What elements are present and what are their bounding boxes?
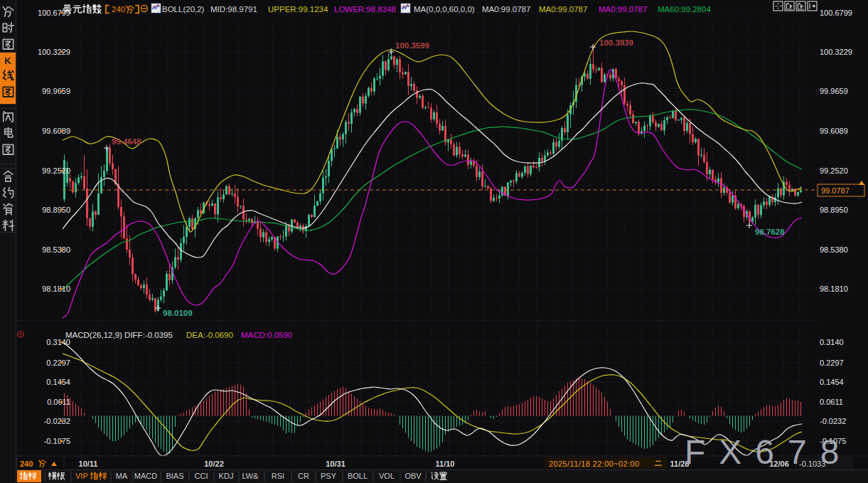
svg-text:MA0:99.0787: MA0:99.0787 — [599, 5, 647, 14]
svg-text:98.1810: 98.1810 — [820, 285, 848, 293]
svg-text:99.9659: 99.9659 — [42, 87, 70, 95]
svg-text:K: K — [4, 55, 11, 66]
svg-text:10/31: 10/31 — [326, 460, 345, 468]
svg-text:MA(0,0,0,60,0,0): MA(0,0,0,60,0,0) — [414, 5, 475, 14]
svg-text:11/10: 11/10 — [436, 460, 455, 468]
svg-text:99.0787: 99.0787 — [821, 186, 850, 195]
svg-text:MID:98.9791: MID:98.9791 — [210, 5, 257, 14]
svg-text:0.1454: 0.1454 — [820, 378, 844, 386]
svg-text:240: 240 — [112, 5, 125, 14]
svg-text:LOWER:98.8348: LOWER:98.8348 — [334, 5, 396, 14]
svg-text:BOLL(20,2): BOLL(20,2) — [162, 5, 205, 14]
svg-text:CCI: CCI — [195, 472, 208, 480]
svg-text:0.1454: 0.1454 — [46, 378, 70, 386]
svg-text:100.3229: 100.3229 — [820, 48, 852, 56]
svg-text:99.2520: 99.2520 — [820, 166, 848, 175]
svg-text:0.2297: 0.2297 — [820, 359, 844, 367]
svg-text:98.8950: 98.8950 — [42, 206, 70, 214]
svg-text:98.5380: 98.5380 — [42, 245, 70, 254]
svg-text:VIP: VIP — [75, 472, 88, 480]
svg-text:VOL: VOL — [379, 472, 395, 480]
svg-text:MA: MA — [116, 472, 128, 480]
svg-text:98.8950: 98.8950 — [820, 206, 848, 214]
svg-text:10/11: 10/11 — [79, 460, 98, 468]
svg-text:FX678: FX678 — [685, 433, 852, 471]
svg-text:100.3939: 100.3939 — [599, 38, 633, 47]
svg-text:100.6799: 100.6799 — [38, 9, 70, 17]
svg-text:98.1810: 98.1810 — [42, 285, 70, 293]
svg-text:BOLL: BOLL — [348, 472, 368, 480]
svg-text:KDJ: KDJ — [219, 472, 234, 480]
svg-text:MA0:99.0787: MA0:99.0787 — [482, 5, 530, 14]
svg-text:100.3229: 100.3229 — [38, 48, 70, 56]
svg-text:10/22: 10/22 — [204, 460, 224, 468]
svg-text:MACD(26,12,9) DIFF:-0.0395: MACD(26,12,9) DIFF:-0.0395 — [65, 331, 173, 339]
svg-text:UPPER:99.1234: UPPER:99.1234 — [268, 5, 328, 14]
svg-text:LW&: LW& — [242, 472, 259, 480]
svg-text:98.5380: 98.5380 — [820, 245, 848, 254]
svg-text:99.2520: 99.2520 — [42, 166, 70, 175]
svg-text:-0.1075: -0.1075 — [44, 437, 70, 445]
svg-text:-0.0232: -0.0232 — [44, 417, 70, 425]
svg-text:OBV: OBV — [404, 472, 422, 480]
svg-text:0.0611: 0.0611 — [47, 398, 70, 406]
svg-text:100.6799: 100.6799 — [820, 9, 852, 17]
svg-text:-0.0232: -0.0232 — [820, 417, 846, 425]
svg-text:2025/11/18 22:00~02:00: 2025/11/18 22:00~02:00 — [549, 460, 640, 468]
svg-text:PSY: PSY — [321, 472, 337, 480]
svg-text:MA0:99.0787: MA0:99.0787 — [539, 5, 587, 14]
svg-text:98.7628: 98.7628 — [755, 228, 785, 236]
svg-text:99.6089: 99.6089 — [42, 127, 70, 135]
svg-text:99.6089: 99.6089 — [820, 127, 848, 135]
svg-text:0.2297: 0.2297 — [46, 359, 70, 367]
svg-text:MACD:0.0590: MACD:0.0590 — [241, 331, 292, 339]
svg-text:0.0611: 0.0611 — [820, 398, 843, 406]
svg-text:99.4648: 99.4648 — [112, 137, 141, 146]
svg-text:98.0109: 98.0109 — [163, 309, 193, 317]
svg-text:MA60:99.2804: MA60:99.2804 — [658, 5, 711, 14]
svg-text:240: 240 — [20, 460, 33, 468]
svg-text:DEA:-0.0690: DEA:-0.0690 — [186, 331, 233, 339]
svg-text:100.3599: 100.3599 — [395, 41, 429, 50]
svg-text:RSI: RSI — [272, 472, 284, 480]
svg-text:99.9659: 99.9659 — [820, 87, 848, 95]
svg-text:0.3140: 0.3140 — [820, 338, 844, 346]
svg-text:MACD: MACD — [134, 472, 157, 480]
svg-text:CR: CR — [298, 472, 309, 480]
svg-text:BIAS: BIAS — [166, 472, 183, 480]
